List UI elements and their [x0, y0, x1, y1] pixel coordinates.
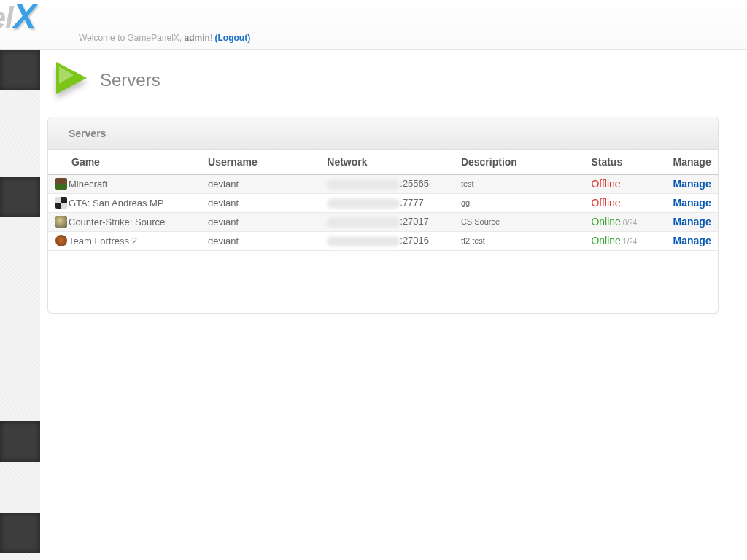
status-badge: Online: [591, 216, 620, 228]
cell-username: deviant: [201, 193, 320, 212]
status-badge: Online: [591, 235, 620, 246]
player-count: 0/24: [623, 219, 637, 227]
col-status: Status: [584, 150, 665, 174]
cell-game: Team Fortress 2: [48, 231, 201, 250]
cell-status: Online0/24: [584, 212, 665, 231]
cell-description: test: [454, 174, 584, 193]
table-header-row: Game Username Network Description Status…: [48, 150, 718, 174]
play-icon: [49, 58, 93, 102]
ip-redacted: [327, 198, 400, 209]
servers-panel: Servers Game Username Network Descriptio…: [47, 117, 719, 314]
welcome-text: Welcome to GamePanelX, admin! (Logout): [79, 33, 250, 43]
cell-status: Offline: [584, 174, 665, 193]
status-badge: Offline: [591, 197, 620, 209]
cell-game: Minecraft: [48, 174, 201, 193]
cell-network: :27017: [320, 212, 454, 231]
cell-description: gg: [454, 193, 584, 212]
table-row: Team Fortress 2deviant:27016tf2 testOnli…: [48, 231, 718, 250]
cell-username: deviant: [201, 231, 320, 250]
manage-link[interactable]: Manage: [673, 235, 711, 246]
player-count: 1/24: [623, 238, 637, 246]
col-manage: Manage: [666, 150, 718, 174]
game-icon: [55, 197, 67, 209]
port: :27016: [400, 235, 429, 246]
table-row: Counter-Strike: Sourcedeviant:27017CS So…: [48, 212, 718, 231]
cell-game: GTA: San Andreas MP: [48, 193, 201, 212]
cell-description: CS Source: [454, 212, 584, 231]
main-content: Servers Servers Game Username Network De…: [47, 58, 719, 314]
sidebar-item-4[interactable]: [0, 513, 40, 553]
cell-manage: Manage: [666, 212, 718, 231]
panel-header: Servers: [48, 117, 718, 150]
col-network: Network: [320, 150, 454, 174]
cell-manage: Manage: [666, 193, 718, 212]
cell-manage: Manage: [666, 231, 718, 250]
cell-username: deviant: [201, 212, 320, 231]
game-icon: [55, 235, 67, 246]
col-username: Username: [201, 150, 320, 174]
cell-game: Counter-Strike: Source: [48, 212, 201, 231]
logo: nelX: [0, 0, 36, 36]
game-name: Counter-Strike: Source: [69, 217, 165, 228]
logo-text: nel: [0, 1, 13, 35]
sidebar: [0, 50, 40, 560]
table-row: Minecraftdeviant:25565testOfflineManage: [48, 174, 718, 193]
game-name: GTA: San Andreas MP: [69, 198, 164, 209]
port: :7777: [400, 197, 424, 208]
game-name: Team Fortress 2: [69, 236, 137, 246]
cell-manage: Manage: [666, 174, 718, 193]
status-badge: Offline: [591, 178, 620, 190]
port: :27017: [400, 216, 429, 227]
port: :25565: [400, 178, 429, 189]
ip-redacted: [327, 217, 400, 228]
page-title: Servers: [100, 70, 160, 90]
col-description: Description: [454, 150, 584, 174]
ip-redacted: [327, 236, 400, 246]
page-header: Servers: [47, 58, 719, 102]
col-game: Game: [48, 150, 201, 174]
cell-network: :27016: [320, 231, 454, 250]
cell-network: :25565: [320, 174, 454, 193]
manage-link[interactable]: Manage: [673, 197, 711, 209]
manage-link[interactable]: Manage: [673, 178, 711, 190]
game-name: Minecraft: [69, 179, 107, 190]
manage-link[interactable]: Manage: [673, 216, 711, 228]
sidebar-item-1[interactable]: [0, 50, 40, 90]
logout-link[interactable]: (Logout): [215, 33, 251, 43]
cell-status: Offline: [584, 193, 665, 212]
cell-status: Online1/24: [584, 231, 665, 250]
game-icon: [55, 178, 67, 190]
top-bar: nelX Welcome to GamePanelX, admin! (Logo…: [0, 0, 747, 50]
ip-redacted: [327, 179, 400, 190]
sidebar-item-2[interactable]: [0, 177, 40, 217]
logo-x: X: [13, 0, 36, 36]
current-user: admin: [185, 33, 210, 43]
cell-description: tf2 test: [454, 231, 584, 250]
sidebar-item-3[interactable]: [0, 421, 40, 462]
game-icon: [55, 216, 67, 228]
cell-network: :7777: [320, 193, 454, 212]
table-row: GTA: San Andreas MPdeviant:7777ggOffline…: [48, 193, 718, 212]
servers-table: Game Username Network Description Status…: [48, 150, 718, 251]
cell-username: deviant: [201, 174, 320, 193]
